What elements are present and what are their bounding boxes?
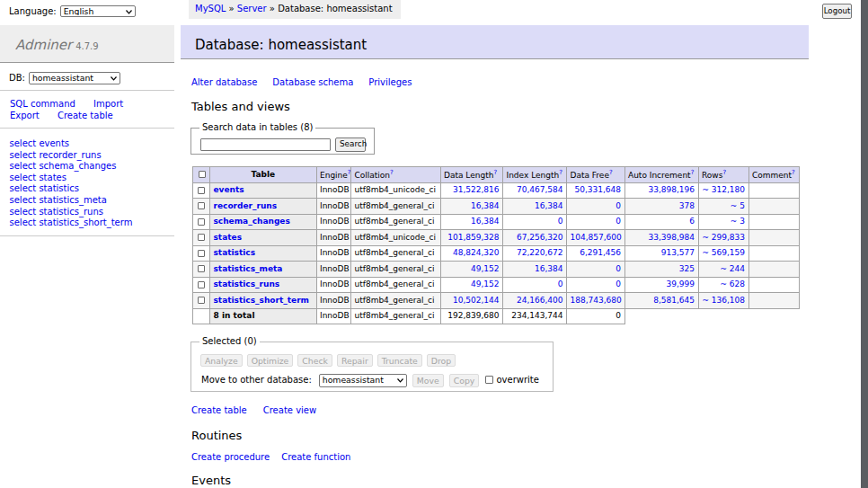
overwrite-checkbox[interactable] [485,376,493,384]
data-free-link[interactable]: 104,857,600 [571,233,622,242]
rows-link[interactable]: ~ 136,108 [702,296,745,305]
index-length-link[interactable]: 72,220,672 [517,248,563,257]
index-length-link[interactable]: 0 [558,279,563,288]
scrollbar[interactable] [861,0,868,488]
sidebar-item-select-statistics-meta[interactable]: select statistics_meta [10,195,166,207]
drop-button[interactable]: Drop [427,354,456,367]
help-link[interactable]: ? [722,169,726,176]
row-checkbox[interactable] [198,234,205,241]
sidebar-item-select-states[interactable]: select states [10,173,166,184]
privileges-link[interactable]: Privileges [368,77,412,87]
select-all-checkbox[interactable] [199,171,206,178]
data-free-link[interactable]: 0 [616,201,621,210]
truncate-button[interactable]: Truncate [377,354,422,367]
breadcrumb-server[interactable]: Server [237,4,267,13]
table-link[interactable]: statistics_short_term [214,296,309,305]
data-length-link[interactable]: 49,152 [471,279,500,288]
auto-increment-link[interactable]: 33,398,984 [648,233,695,242]
sidebar-item-select-schema-changes[interactable]: select schema_changes [10,161,166,173]
help-link[interactable]: ? [691,169,695,176]
table-link[interactable]: statistics_meta [214,264,283,273]
table-link[interactable]: states [214,233,243,242]
auto-increment-link[interactable]: 39,999 [667,279,695,288]
row-checkbox[interactable] [198,218,205,226]
row-checkbox[interactable] [198,265,205,272]
copy-button[interactable]: Copy [449,374,480,387]
rows-link[interactable]: ~ 569,159 [702,248,745,257]
auto-increment-link[interactable]: 913,577 [661,248,695,257]
auto-increment-link[interactable]: 378 [679,201,695,210]
language-select[interactable]: English [60,5,136,17]
help-link[interactable]: ? [609,169,613,176]
row-checkbox[interactable] [198,187,205,194]
create-table-link[interactable]: Create table [191,405,247,415]
check-button[interactable]: Check [297,354,332,367]
auto-increment-link[interactable]: 325 [679,264,695,273]
breadcrumb-mysql[interactable]: MySQL [195,4,226,13]
table-link[interactable]: recorder_runs [214,201,278,210]
data-length-link[interactable]: 49,152 [471,264,500,273]
optimize-button[interactable]: Optimize [247,354,294,367]
create-function-link[interactable]: Create function [281,452,350,462]
logout-button[interactable]: Logout [822,4,852,19]
alter-database-link[interactable]: Alter database [191,77,257,87]
data-free-link[interactable]: 188,743,680 [571,296,622,305]
help-link[interactable]: ? [348,169,351,176]
rows-link[interactable]: ~ 5 [731,201,745,210]
move-button[interactable]: Move [412,374,444,387]
index-length-link[interactable]: 24,166,400 [517,296,563,305]
help-link[interactable]: ? [493,169,497,176]
row-checkbox[interactable] [198,250,205,257]
table-link[interactable]: schema_changes [214,217,290,226]
help-link[interactable]: ? [792,169,795,176]
rows-link[interactable]: ~ 3 [731,217,745,226]
rows-link[interactable]: ~ 299,833 [702,233,745,242]
data-free-link[interactable]: 6,291,456 [580,248,621,257]
data-length-link[interactable]: 10,502,144 [453,296,500,305]
data-length-link[interactable]: 16,384 [471,201,500,210]
sidebar-item-select-statistics-short-term[interactable]: select statistics_short_term [10,217,166,229]
rows-link[interactable]: ~ 312,180 [702,185,745,194]
index-length-link[interactable]: 0 [558,217,563,226]
data-length-link[interactable]: 31,522,816 [453,185,500,194]
sidebar-item-select-statistics-runs[interactable]: select statistics_runs [10,207,166,218]
sidebar-link-export[interactable]: Export [10,111,40,120]
index-length-link[interactable]: 16,384 [535,264,563,273]
rows-link[interactable]: ~ 628 [720,279,745,288]
analyze-button[interactable]: Analyze [200,354,243,367]
create-procedure-link[interactable]: Create procedure [191,452,270,462]
database-schema-link[interactable]: Database schema [272,77,353,87]
repair-button[interactable]: Repair [337,354,373,367]
index-length-link[interactable]: 16,384 [535,201,563,210]
help-link[interactable]: ? [559,169,562,176]
data-length-link[interactable]: 101,859,328 [447,233,499,242]
index-length-link[interactable]: 67,256,320 [517,233,563,242]
data-length-link[interactable]: 16,384 [471,217,500,226]
move-db-select[interactable]: homeassistant [319,374,407,387]
index-length-link[interactable]: 70,467,584 [517,185,563,194]
table-link[interactable]: statistics [214,248,256,257]
data-length-link[interactable]: 48,824,320 [453,248,500,257]
data-free-link[interactable]: 0 [616,217,621,226]
row-checkbox[interactable] [198,202,205,209]
auto-increment-link[interactable]: 6 [689,217,695,226]
help-link[interactable]: ? [390,169,394,176]
search-button[interactable]: Search [335,138,366,152]
search-input[interactable] [200,138,331,151]
table-link[interactable]: statistics_runs [214,279,280,288]
auto-increment-link[interactable]: 8,581,645 [653,296,695,305]
db-select[interactable]: homeassistant [29,72,120,84]
create-view-link[interactable]: Create view [263,405,316,415]
sidebar-item-select-events[interactable]: select events [10,138,166,150]
row-checkbox[interactable] [198,297,205,304]
sidebar-link-import[interactable]: Import [93,99,123,109]
data-free-link[interactable]: 0 [616,264,621,273]
sidebar-link-sql-command[interactable]: SQL command [10,99,75,109]
sidebar-item-select-statistics[interactable]: select statistics [10,183,166,195]
row-checkbox[interactable] [198,281,205,288]
rows-link[interactable]: ~ 244 [720,264,745,273]
data-free-link[interactable]: 0 [616,279,621,288]
sidebar-item-select-recorder-runs[interactable]: select recorder_runs [10,150,166,162]
data-free-link[interactable]: 50,331,648 [574,185,621,194]
table-link[interactable]: events [214,185,244,194]
